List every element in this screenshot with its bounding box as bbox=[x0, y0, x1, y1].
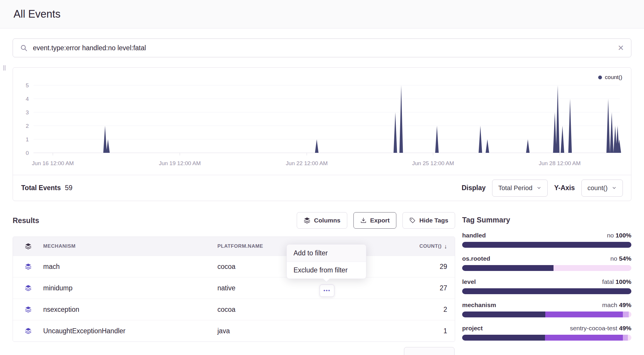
table-row[interactable]: mach cocoa 29 bbox=[13, 256, 455, 277]
svg-text:Jun 25 12:00 AM: Jun 25 12:00 AM bbox=[412, 160, 454, 166]
svg-text:Jun 16 12:00 AM: Jun 16 12:00 AM bbox=[32, 160, 74, 166]
results-toolbar: Columns Export Hide Tags bbox=[297, 212, 455, 229]
chevron-down-icon bbox=[536, 185, 541, 190]
export-button[interactable]: Export bbox=[353, 212, 397, 229]
cell-actions-button[interactable]: ••• bbox=[320, 284, 334, 297]
results-table-wrap: MECHANISM PLATFORM.NAME COUNT()↓ mach co… bbox=[13, 237, 455, 342]
tag-summary-item: os.rooted no54% bbox=[462, 255, 631, 271]
tag-summary-item: handled no100% bbox=[462, 232, 631, 248]
tag-percent: 54% bbox=[619, 255, 631, 262]
bar-segment bbox=[545, 335, 623, 341]
clear-search-icon[interactable]: ✕ bbox=[618, 44, 624, 52]
yaxis-dropdown[interactable]: count() bbox=[581, 180, 623, 197]
table-row[interactable]: minidump native 27 bbox=[13, 277, 455, 299]
display-dropdown[interactable]: Total Period bbox=[492, 180, 548, 197]
svg-text:5: 5 bbox=[26, 82, 29, 88]
search-input[interactable]: event.type:error handled:no level:fatal bbox=[33, 44, 612, 52]
svg-text:Jun 22 12:00 AM: Jun 22 12:00 AM bbox=[286, 160, 328, 166]
table-row[interactable]: UncaughtExceptionHandler java 1 bbox=[13, 320, 455, 341]
results-title: Results bbox=[13, 216, 39, 225]
tag-distribution-bar[interactable] bbox=[462, 288, 631, 294]
events-chart[interactable]: 012345Jun 16 12:00 AMJun 19 12:00 AMJun … bbox=[13, 68, 631, 175]
tag-percent: 49% bbox=[619, 302, 631, 308]
tag-top-value: sentry-cocoa-test bbox=[570, 325, 617, 331]
stack-icon bbox=[25, 327, 32, 334]
bar-segment bbox=[623, 312, 629, 317]
bar-segment bbox=[462, 265, 554, 271]
cell-count[interactable]: 2 bbox=[350, 306, 455, 314]
chart-footer: Total Events 59 Display Total Period Y-A… bbox=[13, 175, 631, 201]
tag-name: level bbox=[462, 278, 476, 285]
tag-percent: 49% bbox=[619, 325, 631, 331]
pagination-button[interactable] bbox=[404, 347, 455, 355]
results-table: MECHANISM PLATFORM.NAME COUNT()↓ mach co… bbox=[13, 237, 455, 342]
legend-dot bbox=[598, 76, 602, 79]
drag-handle-icon[interactable] bbox=[3, 65, 4, 71]
page: All Events event.type:error handled:no l… bbox=[0, 0, 644, 355]
bar-segment bbox=[462, 335, 545, 341]
menu-item-add-to-filter[interactable]: Add to filter bbox=[287, 245, 366, 262]
svg-text:1: 1 bbox=[26, 136, 29, 143]
svg-text:4: 4 bbox=[26, 96, 29, 102]
stack-icon bbox=[303, 217, 311, 224]
cell-count[interactable]: 1 bbox=[350, 327, 455, 335]
cell-mechanism[interactable]: nsexception bbox=[43, 306, 217, 314]
svg-text:Jun 19 12:00 AM: Jun 19 12:00 AM bbox=[159, 160, 201, 166]
svg-text:Jun 28 12:00 AM: Jun 28 12:00 AM bbox=[539, 160, 581, 166]
tag-top-value: fatal bbox=[602, 278, 614, 285]
bar-segment bbox=[629, 312, 631, 317]
cell-mechanism[interactable]: UncaughtExceptionHandler bbox=[43, 327, 217, 335]
search-bar[interactable]: event.type:error handled:no level:fatal … bbox=[13, 38, 631, 57]
cell-context-menu: Add to filterExclude from filter bbox=[286, 244, 366, 279]
tag-name: handled bbox=[462, 232, 486, 239]
bar-segment bbox=[462, 242, 631, 248]
stack-icon bbox=[25, 284, 32, 292]
table-row[interactable]: nsexception cocoa 2 bbox=[13, 299, 455, 320]
tag-icon bbox=[409, 217, 416, 224]
chart-canvas[interactable]: 012345Jun 16 12:00 AMJun 19 12:00 AMJun … bbox=[13, 68, 631, 175]
events-chart-panel: 012345Jun 16 12:00 AMJun 19 12:00 AMJun … bbox=[13, 67, 631, 201]
tag-top-value: no bbox=[611, 255, 617, 262]
column-header-mechanism[interactable]: MECHANISM bbox=[43, 243, 217, 249]
sort-desc-icon: ↓ bbox=[444, 243, 447, 250]
tag-top-value: no bbox=[607, 232, 614, 239]
stack-icon bbox=[25, 243, 32, 250]
display-label: Display bbox=[462, 184, 486, 192]
tag-percent: 100% bbox=[616, 232, 631, 239]
cell-platform[interactable]: cocoa bbox=[217, 306, 350, 314]
total-events-label: Total Events bbox=[21, 184, 61, 192]
tag-summary-item: level fatal100% bbox=[462, 278, 631, 294]
chevron-down-icon bbox=[612, 185, 617, 190]
columns-button[interactable]: Columns bbox=[297, 212, 347, 229]
legend-label: count() bbox=[605, 74, 622, 81]
stack-icon bbox=[25, 306, 32, 313]
stack-icon bbox=[25, 263, 32, 270]
search-icon bbox=[20, 44, 28, 52]
svg-text:3: 3 bbox=[26, 109, 29, 115]
cell-platform[interactable]: java bbox=[217, 327, 350, 335]
display-dropdown-value: Total Period bbox=[498, 184, 532, 192]
total-events: Total Events 59 bbox=[21, 184, 73, 192]
tag-distribution-bar[interactable] bbox=[462, 265, 631, 271]
tag-distribution-bar[interactable] bbox=[462, 335, 631, 341]
bar-segment bbox=[545, 312, 623, 317]
page-header: All Events bbox=[0, 0, 644, 29]
tag-summary-list: handled no100% os.rooted no54% level fat… bbox=[462, 232, 631, 341]
bar-segment bbox=[628, 335, 631, 341]
cell-count[interactable]: 27 bbox=[350, 284, 455, 292]
bar-segment bbox=[462, 288, 631, 294]
tag-percent: 100% bbox=[616, 278, 631, 285]
cell-mechanism[interactable]: minidump bbox=[43, 284, 217, 292]
table-header-row: MECHANISM PLATFORM.NAME COUNT()↓ bbox=[13, 237, 455, 256]
tag-distribution-bar[interactable] bbox=[462, 312, 631, 317]
ellipsis-icon: ••• bbox=[323, 288, 331, 294]
chart-legend[interactable]: count() bbox=[598, 74, 622, 81]
tag-name: os.rooted bbox=[462, 255, 490, 262]
download-icon bbox=[360, 217, 367, 224]
hide-tags-button[interactable]: Hide Tags bbox=[402, 212, 455, 229]
tag-name: mechanism bbox=[462, 302, 496, 309]
table-body: mach cocoa 29 minidump native 27 nsexcep… bbox=[13, 256, 455, 341]
total-events-value: 59 bbox=[65, 184, 73, 192]
cell-mechanism[interactable]: mach bbox=[43, 263, 217, 271]
tag-distribution-bar[interactable] bbox=[462, 242, 631, 248]
